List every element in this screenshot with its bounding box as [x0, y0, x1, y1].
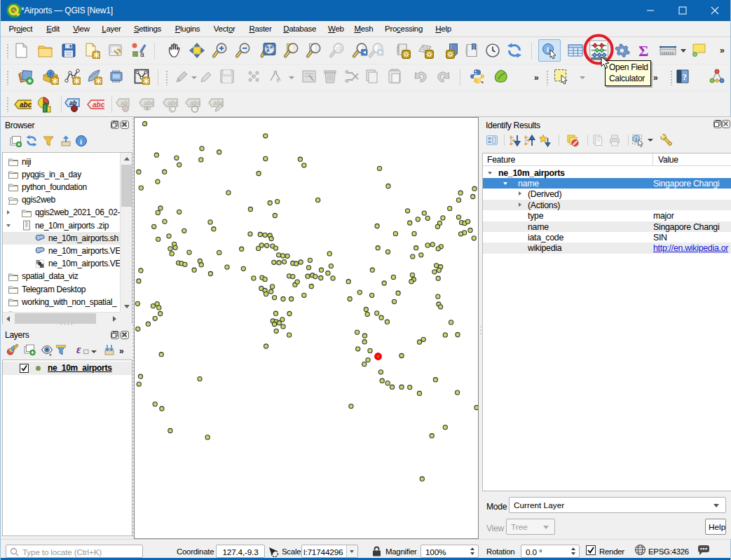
svg-text:?: ? [682, 71, 687, 82]
svg-text:Σ: Σ [638, 42, 648, 59]
svg-text:abc: abc [20, 101, 32, 109]
svg-text:abc: abc [168, 100, 179, 107]
svg-text:ε: ε [76, 343, 81, 355]
svg-text:1:1: 1:1 [336, 46, 342, 51]
svg-text:abc: abc [93, 101, 104, 109]
svg-text:a: a [140, 50, 144, 58]
svg-text:i: i [80, 137, 82, 146]
svg-text:x: x [276, 76, 280, 83]
svg-text:i: i [547, 45, 549, 53]
svg-text:abc: abc [144, 100, 155, 107]
